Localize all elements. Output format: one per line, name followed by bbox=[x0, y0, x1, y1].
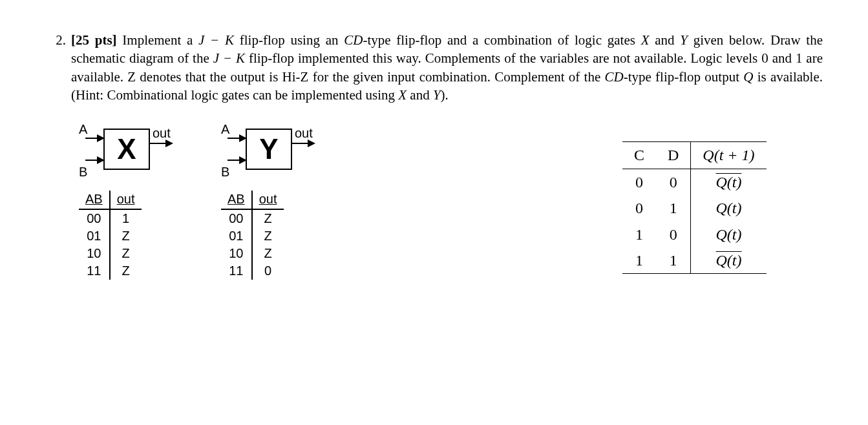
gate-y-input-b-label: B bbox=[221, 163, 229, 181]
tt-cell: 10 bbox=[79, 245, 110, 262]
tt-cell: 01 bbox=[79, 227, 110, 245]
tt-cell: Z bbox=[252, 209, 284, 227]
points-bracket-close: ] bbox=[112, 32, 117, 48]
cd-header-q: Q(t + 1) bbox=[691, 142, 767, 169]
gate-y-block: A B Y out bbox=[221, 123, 344, 179]
cd-characteristic-table: C D Q(t + 1) 0 0 Q(t) bbox=[622, 141, 767, 274]
jk-term: J − K bbox=[213, 50, 245, 66]
gate-x-block: A B X out bbox=[79, 123, 202, 179]
tt-cell: Z bbox=[110, 227, 142, 245]
table-row: 1 1 Q(t) bbox=[622, 247, 767, 274]
gate-x-column: A B X out AB bbox=[79, 123, 221, 280]
x-term: X bbox=[398, 87, 407, 103]
tt-cell: 11 bbox=[221, 262, 252, 280]
table-row: 0 1 Q(t) bbox=[622, 195, 767, 221]
cd-cell-q: Q(t) bbox=[691, 195, 767, 221]
tt-cell: 00 bbox=[79, 209, 110, 227]
page: 2. [25 pts] Implement a J − K flip-flop … bbox=[0, 0, 868, 425]
tt-cell: 1 bbox=[110, 209, 142, 227]
cd-header-d: D bbox=[656, 142, 691, 169]
x-term: X bbox=[641, 32, 650, 48]
cd-cell: 0 bbox=[656, 169, 691, 195]
table-row: 01Z bbox=[221, 227, 284, 245]
text-part: flip-flop using an bbox=[234, 32, 344, 48]
table-row: 110 bbox=[221, 262, 284, 280]
jk-term: J − K bbox=[198, 32, 234, 48]
cd-cell: 0 bbox=[622, 195, 656, 221]
cd-term: CD bbox=[605, 69, 624, 85]
table-row: 10Z bbox=[221, 245, 284, 262]
tt-cell: 00 bbox=[221, 209, 252, 227]
tt-cell: 01 bbox=[221, 227, 252, 245]
gate-y-truth-table: AB out 00Z 01Z 10Z 110 bbox=[221, 191, 284, 280]
cd-cell: 1 bbox=[622, 247, 656, 274]
y-term: Y bbox=[680, 32, 688, 48]
tt-cell: Z bbox=[110, 262, 142, 280]
tt-cell: Z bbox=[252, 227, 284, 245]
tt-cell: 0 bbox=[252, 262, 284, 280]
cd-cell: 0 bbox=[622, 169, 656, 195]
arrow-icon bbox=[165, 140, 173, 147]
y-term: Y bbox=[433, 87, 441, 103]
table-row: 10Z bbox=[79, 245, 142, 262]
cd-cell: 1 bbox=[656, 247, 691, 274]
tt-header-ab: AB bbox=[79, 191, 110, 209]
gate-y-column: A B Y out AB bbox=[221, 123, 389, 280]
tt-header-out: out bbox=[110, 191, 142, 209]
figures-row: A B X out AB bbox=[71, 123, 823, 280]
table-row: 1 0 Q(t) bbox=[622, 222, 767, 247]
problem-number: 2. bbox=[47, 31, 71, 280]
text-part: Implement a bbox=[117, 32, 198, 48]
table-row: 0 0 Q(t) bbox=[622, 169, 767, 195]
q-term: Q bbox=[743, 69, 753, 85]
cd-header-c: C bbox=[622, 142, 656, 169]
cd-cell: 1 bbox=[622, 222, 656, 247]
cd-cell-q: Q(t) bbox=[691, 169, 767, 195]
cd-table-column: C D Q(t + 1) 0 0 Q(t) bbox=[622, 141, 816, 274]
gate-y-box: Y bbox=[246, 129, 292, 170]
table-row: 001 bbox=[79, 209, 142, 227]
problem-text: [25 pts] Implement a J − K flip-flop usi… bbox=[71, 31, 823, 280]
cd-term: CD bbox=[344, 32, 363, 48]
gate-x-truth-table: AB out 001 01Z 10Z 11Z bbox=[79, 191, 142, 280]
tt-header-out: out bbox=[252, 191, 284, 209]
cd-cell: 1 bbox=[656, 195, 691, 221]
cd-cell: 0 bbox=[656, 222, 691, 247]
tt-cell: Z bbox=[110, 245, 142, 262]
gate-y-input-a-label: A bbox=[221, 121, 229, 138]
table-row: 00Z bbox=[221, 209, 284, 227]
points-bracket-open: [ bbox=[71, 32, 76, 48]
tt-cell: 11 bbox=[79, 262, 110, 280]
points-label: 25 pts bbox=[76, 32, 112, 48]
tt-header-ab: AB bbox=[221, 191, 252, 209]
text-part: and bbox=[407, 87, 433, 103]
problem: 2. [25 pts] Implement a J − K flip-flop … bbox=[47, 31, 823, 280]
arrow-icon bbox=[308, 140, 315, 147]
table-row: 11Z bbox=[79, 262, 142, 280]
table-row: 01Z bbox=[79, 227, 142, 245]
gate-x-box: X bbox=[103, 129, 150, 170]
gate-x-input-b-label: B bbox=[79, 163, 87, 181]
text-part: ). bbox=[441, 87, 449, 103]
tt-cell: 10 bbox=[221, 245, 252, 262]
gate-x-input-a-label: A bbox=[79, 121, 87, 138]
text-part: -type flip-flop and a combination of log… bbox=[363, 32, 640, 48]
text-part: -type flip-flop output bbox=[624, 69, 744, 85]
text-part: and bbox=[649, 32, 680, 48]
cd-cell-q: Q(t) bbox=[691, 222, 767, 247]
tt-cell: Z bbox=[252, 245, 284, 262]
cd-cell-q: Q(t) bbox=[691, 247, 767, 274]
